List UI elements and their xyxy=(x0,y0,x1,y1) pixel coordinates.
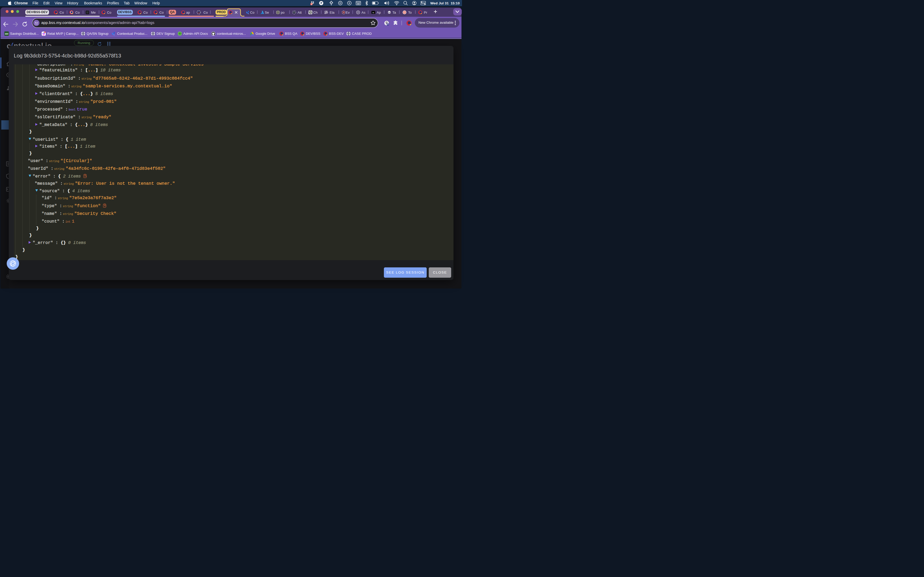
svg-text:360: 360 xyxy=(5,33,8,35)
svg-text:tv: tv xyxy=(373,11,374,13)
svg-text:5: 5 xyxy=(311,3,312,5)
